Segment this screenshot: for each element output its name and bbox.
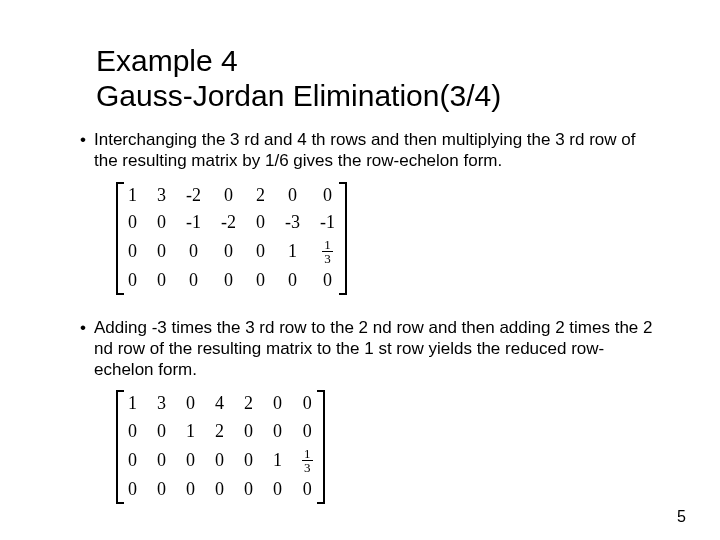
matrix-cell: 0 (234, 418, 263, 445)
matrix-cell: 0 (211, 236, 246, 267)
matrix-cell: 0 (117, 445, 147, 476)
title-line-1: Example 4 (96, 44, 238, 77)
matrix-cell: 0 (205, 445, 234, 476)
matrix-cell: 0 (292, 476, 324, 503)
matrix-cell: 0 (117, 418, 147, 445)
matrix-cell: 0 (292, 390, 324, 417)
matrix-cell: 0 (246, 209, 275, 236)
matrix-cell: 0 (275, 182, 310, 209)
matrix-cell: 0 (234, 476, 263, 503)
matrix-cell: 2 (205, 418, 234, 445)
matrix-cell: 0 (176, 390, 205, 417)
matrix-cell: 3 (147, 390, 176, 417)
slide-title: Example 4 Gauss-Jordan Elimination(3/4) (96, 44, 660, 113)
matrix-cell: 0 (275, 267, 310, 294)
matrix-cell: -3 (275, 209, 310, 236)
matrix-cell: 0 (176, 267, 211, 294)
matrix-cell: 1 (275, 236, 310, 267)
matrix-cell: 0 (263, 476, 292, 503)
matrix-cell: 4 (205, 390, 234, 417)
matrix-cell: 0 (117, 209, 147, 236)
matrix-cell: 1 (117, 182, 147, 209)
matrix-cell: 0 (246, 267, 275, 294)
matrix-cell: 0 (205, 476, 234, 503)
matrix-cell: 1 (117, 390, 147, 417)
matrix-2: 13042000012000000001130000000 (116, 390, 325, 503)
bullet-1: Interchanging the 3 rd and 4 th rows and… (80, 129, 660, 172)
matrix-cell: 0 (117, 476, 147, 503)
matrix-1-container: 13-2020000-1-20-3-1000001130000000 (116, 182, 660, 299)
matrix-cell: 0 (263, 418, 292, 445)
matrix-cell: 1 (263, 445, 292, 476)
matrix-cell: 2 (246, 182, 275, 209)
matrix-cell: 1 (176, 418, 205, 445)
matrix-2-container: 13042000012000000001130000000 (116, 390, 660, 507)
matrix-cell: 2 (234, 390, 263, 417)
matrix-cell: 0 (147, 209, 176, 236)
matrix-cell: 0 (246, 236, 275, 267)
matrix-cell: 0 (292, 418, 324, 445)
matrix-cell: 3 (147, 182, 176, 209)
matrix-cell: 0 (117, 236, 147, 267)
matrix-cell: 0 (310, 182, 346, 209)
title-line-2: Gauss-Jordan Elimination(3/4) (96, 79, 501, 112)
page-number: 5 (677, 508, 686, 526)
matrix-cell: -2 (176, 182, 211, 209)
matrix-cell: 0 (176, 445, 205, 476)
matrix-cell: -1 (310, 209, 346, 236)
matrix-cell: 0 (117, 267, 147, 294)
matrix-cell: 0 (211, 182, 246, 209)
matrix-cell: 0 (310, 267, 346, 294)
matrix-cell: 0 (147, 267, 176, 294)
matrix-cell: 0 (147, 445, 176, 476)
matrix-cell: 0 (176, 236, 211, 267)
matrix-cell: 0 (234, 445, 263, 476)
matrix-cell: 0 (211, 267, 246, 294)
matrix-cell: 13 (292, 445, 324, 476)
bullet-2: Adding -3 times the 3 rd row to the 2 nd… (80, 317, 660, 381)
matrix-cell: 0 (147, 418, 176, 445)
matrix-cell: 0 (147, 236, 176, 267)
matrix-1: 13-2020000-1-20-3-1000001130000000 (116, 182, 347, 295)
matrix-cell: 0 (147, 476, 176, 503)
matrix-cell: 13 (310, 236, 346, 267)
matrix-cell: -1 (176, 209, 211, 236)
matrix-cell: 0 (263, 390, 292, 417)
matrix-cell: -2 (211, 209, 246, 236)
matrix-cell: 0 (176, 476, 205, 503)
